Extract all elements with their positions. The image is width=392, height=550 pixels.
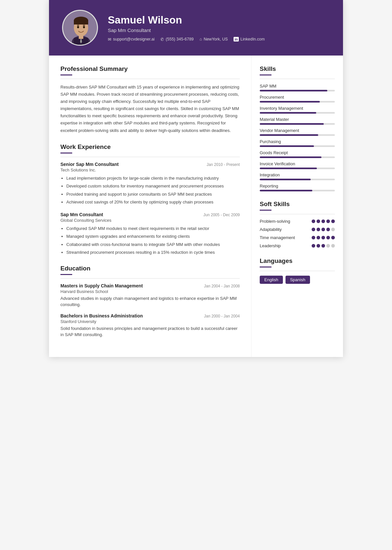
exp-title-2: Sap Mm Consultant <box>60 212 103 217</box>
dot-filled <box>312 236 315 239</box>
soft-skill-name: Problem-solving <box>260 219 290 224</box>
skill-bar-bg <box>260 123 335 125</box>
soft-skills-divider <box>260 210 271 211</box>
dot-filled <box>321 236 325 239</box>
dots <box>312 244 335 248</box>
avatar <box>62 10 98 46</box>
language-badge: Spanish <box>286 276 310 284</box>
exp-company-2: Global Consulting Services <box>60 218 240 223</box>
dot-filled <box>321 219 325 223</box>
dots <box>312 228 335 231</box>
svg-point-9 <box>83 26 85 28</box>
dot-filled <box>321 244 325 248</box>
dots <box>312 219 335 223</box>
left-column: Professional Summary Results-driven SAP … <box>49 56 252 357</box>
header-contacts: ✉ support@cvdesigner.ai ✆ (555) 345-6789… <box>108 37 265 42</box>
candidate-name: Samuel Wilson <box>108 14 265 26</box>
skill-bar-bg <box>260 168 335 169</box>
skill-bar-bg <box>260 145 335 147</box>
skill-item: Purchasing <box>260 139 335 147</box>
skill-bar-fill <box>260 134 318 136</box>
exp-title-1: Senior Sap Mm Consultant <box>60 162 119 167</box>
skill-bar-bg <box>260 134 335 136</box>
soft-skill-item: Time management <box>260 235 335 240</box>
dot-filled <box>331 219 335 223</box>
skill-bar-bg <box>260 156 335 158</box>
languages-section: Languages EnglishSpanish <box>260 257 335 284</box>
summary-divider <box>60 74 72 75</box>
experience-section: Work Experience Senior Sap Mm Consultant… <box>60 143 240 256</box>
skill-bar-fill <box>260 168 317 169</box>
bullet-item: Lead implementation projects for large-s… <box>66 175 240 182</box>
bullet-item: Collaborated with cross-functional teams… <box>66 241 240 248</box>
soft-skills-title: Soft Skills <box>260 201 335 208</box>
skill-item: Procurement <box>260 95 335 103</box>
soft-skill-name: Leadership <box>260 243 281 248</box>
contact-phone: ✆ (555) 345-6789 <box>160 37 193 42</box>
skill-item: Integration <box>260 172 335 180</box>
skill-name: Integration <box>260 172 335 177</box>
phone-icon: ✆ <box>160 37 164 42</box>
skill-bar-fill <box>260 101 320 103</box>
dot-filled <box>326 236 330 239</box>
svg-rect-7 <box>74 20 88 24</box>
education-divider <box>60 274 72 275</box>
candidate-title: Sap Mm Consultant <box>108 27 265 33</box>
location-icon: ⌂ <box>200 37 202 41</box>
skills-title: Skills <box>260 65 335 73</box>
header-info: Samuel Wilson Sap Mm Consultant ✉ suppor… <box>108 14 265 42</box>
languages-divider <box>260 267 271 267</box>
edu-entry-1: Masters in Supply Chain Management Jan 2… <box>60 283 240 308</box>
skill-name: Purchasing <box>260 139 335 144</box>
dot-filled <box>312 219 315 223</box>
dots <box>312 236 335 239</box>
skill-bar-bg <box>260 112 335 114</box>
skill-bar-bg <box>260 179 335 180</box>
exp-date-2: Jun 2005 - Dec 2009 <box>204 213 240 217</box>
edu-desc-1: Advanced studies in supply chain managem… <box>60 295 240 308</box>
exp-bullets-1: Lead implementation projects for large-s… <box>60 175 240 205</box>
soft-skills-list: Problem-solving Adaptability Time manage… <box>260 219 335 248</box>
skill-name: SAP MM <box>260 84 335 89</box>
language-badge: English <box>260 276 283 284</box>
bullet-item: Configured SAP MM modules to meet client… <box>66 225 240 232</box>
skills-list: SAP MM Procurement Inventory Management … <box>260 84 335 191</box>
skill-name: Invoice Verification <box>260 161 335 166</box>
skill-name: Reporting <box>260 184 335 188</box>
skill-item: SAP MM <box>260 84 335 91</box>
email-icon: ✉ <box>108 37 111 42</box>
experience-title: Work Experience <box>60 143 240 151</box>
edu-school-2: Stanford University <box>60 319 240 324</box>
bullet-item: Achieved cost savings of 20% for clients… <box>66 199 240 205</box>
dot-empty <box>331 244 335 248</box>
skill-bar-fill <box>260 90 327 91</box>
contact-linkedin: in LinkedIn.com <box>234 37 265 42</box>
summary-section: Professional Summary Results-driven SAP … <box>60 65 240 134</box>
dot-filled <box>326 219 330 223</box>
dot-filled <box>317 244 320 248</box>
exp-date-1: Jan 2010 - Present <box>207 162 240 167</box>
soft-skill-name: Time management <box>260 235 295 240</box>
body-section: Professional Summary Results-driven SAP … <box>49 56 343 357</box>
edu-header-1: Masters in Supply Chain Management Jan 2… <box>60 283 240 288</box>
header-section: Samuel Wilson Sap Mm Consultant ✉ suppor… <box>49 0 343 56</box>
dot-filled <box>317 219 320 223</box>
skill-bar-fill <box>260 112 316 114</box>
education-section: Education Masters in Supply Chain Manage… <box>60 265 240 338</box>
skill-name: Procurement <box>260 95 335 100</box>
summary-text: Results-driven SAP MM Consultant with 15… <box>60 84 240 134</box>
edu-entry-2: Bachelors in Business Administration Jan… <box>60 313 240 338</box>
soft-skill-name: Adaptability <box>260 227 282 232</box>
edu-degree-1: Masters in Supply Chain Management <box>60 283 143 288</box>
right-column: Skills SAP MM Procurement Inventory Mana… <box>252 56 343 357</box>
exp-entry-2: Sap Mm Consultant Jun 2005 - Dec 2009 Gl… <box>60 212 240 256</box>
bullet-item: Managed system upgrades and enhancements… <box>66 233 240 240</box>
dot-empty <box>331 228 335 231</box>
skill-name: Vendor Management <box>260 128 335 133</box>
skill-item: Reporting <box>260 184 335 191</box>
experience-divider <box>60 153 72 154</box>
dot-filled <box>317 228 320 231</box>
dot-filled <box>312 228 315 231</box>
summary-title: Professional Summary <box>60 65 240 73</box>
education-title: Education <box>60 265 240 272</box>
